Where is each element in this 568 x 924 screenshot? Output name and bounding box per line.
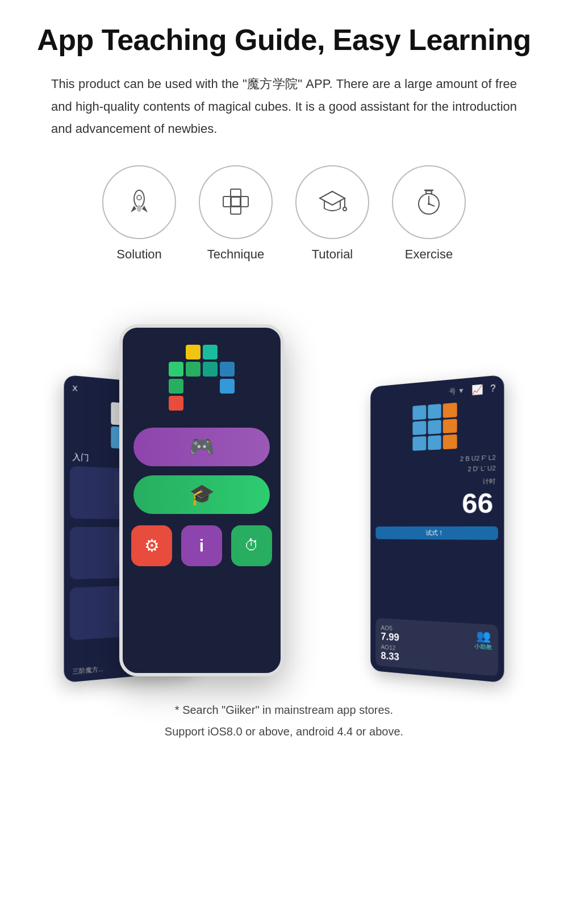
svg-point-0 <box>134 190 144 207</box>
svg-marker-2 <box>142 206 148 212</box>
phone-right: 号 ▼ 📈 ? 2 B U2 F' L2 <box>370 375 504 683</box>
svg-rect-8 <box>240 196 248 207</box>
stat-value-1: 7.99 <box>381 630 399 643</box>
phones-section: X 1.魔 选 入门 <box>0 290 568 676</box>
cross-icon <box>218 183 254 220</box>
stat-left: AO5 7.99 <box>381 624 399 643</box>
info-icon: i <box>199 536 204 555</box>
feature-tutorial: Tutorial <box>295 165 369 262</box>
right-header-filter: 号 ▼ <box>449 386 465 397</box>
bottom-note-1: * Search "Giiker" in mainstream app stor… <box>165 699 403 721</box>
settings-button[interactable]: ⚙ <box>131 525 172 566</box>
rocket-icon <box>122 185 156 219</box>
timer-button[interactable]: ⏱ <box>231 525 272 566</box>
feature-label-exercise: Exercise <box>405 247 453 262</box>
right-stats: AO5 7.99 👥 小助教 AO12 8.33 <box>375 618 498 676</box>
helper-label: 小助教 <box>474 642 492 652</box>
feature-solution: Solution <box>102 165 176 262</box>
bottom-notes: * Search "Giiker" in mainstream app stor… <box>165 699 403 742</box>
svg-rect-6 <box>231 206 241 214</box>
left-header-x: X <box>72 383 77 392</box>
learn-icon: 🎓 <box>189 483 215 507</box>
feature-circle-solution <box>102 165 176 239</box>
stat-value-2: 8.33 <box>381 650 399 663</box>
try-text: 试式！ <box>425 529 444 536</box>
svg-rect-5 <box>231 189 241 197</box>
right-cube-area <box>375 399 498 453</box>
right-header-help: ? <box>490 383 495 394</box>
game-button[interactable]: 🎮 <box>133 428 270 466</box>
stopwatch-icon <box>411 183 448 220</box>
svg-rect-14 <box>426 191 432 194</box>
learn-button[interactable]: 🎓 <box>133 475 270 514</box>
svg-rect-9 <box>231 196 241 207</box>
svg-point-4 <box>137 195 141 200</box>
graduation-icon <box>314 183 351 220</box>
right-cube-3x3 <box>412 403 457 451</box>
settings-icon: ⚙ <box>144 536 160 555</box>
features-row: Solution Technique <box>102 165 466 262</box>
feature-circle-exercise <box>392 165 466 239</box>
feature-label-technique: Technique <box>207 247 264 262</box>
svg-rect-7 <box>223 196 231 207</box>
feature-technique: Technique <box>199 165 273 262</box>
svg-point-12 <box>343 207 346 211</box>
helper-area: 👥 小助教 <box>474 628 492 651</box>
right-big-number: 66 <box>375 487 498 520</box>
svg-marker-10 <box>320 191 345 205</box>
info-button[interactable]: i <box>181 525 222 566</box>
center-bottom-row: ⚙ i ⏱ <box>131 525 272 566</box>
feature-label-solution: Solution <box>116 247 162 262</box>
right-formula: 2 B U2 F' L2 2 D' L' U2 <box>375 453 498 478</box>
logo-grid <box>169 345 235 411</box>
feature-label-tutorial: Tutorial <box>312 247 353 262</box>
right-header-chart: 📈 <box>471 383 483 395</box>
feature-circle-tutorial <box>295 165 369 239</box>
stat-left-2: AO12 8.33 <box>381 643 399 663</box>
svg-marker-1 <box>131 206 136 212</box>
feature-exercise: Exercise <box>392 165 466 262</box>
timer-icon: ⏱ <box>244 537 259 554</box>
helper-icon: 👥 <box>474 628 492 643</box>
app-logo <box>169 345 235 411</box>
game-icon: 🎮 <box>189 435 215 459</box>
page-title: App Teaching Guide, Easy Learning <box>37 23 531 57</box>
svg-point-18 <box>428 203 430 205</box>
bottom-note-2: Support iOS8.0 or above, android 4.4 or … <box>165 721 403 742</box>
phone-center: 🎮 🎓 ⚙ i ⏱ <box>119 324 284 676</box>
page-wrapper: App Teaching Guide, Easy Learning This p… <box>0 0 568 924</box>
right-try-btn[interactable]: 试式！ <box>375 526 498 540</box>
page-description: This product can be used with the "魔方学院"… <box>51 73 517 140</box>
svg-point-3 <box>137 205 141 212</box>
feature-circle-technique <box>199 165 273 239</box>
